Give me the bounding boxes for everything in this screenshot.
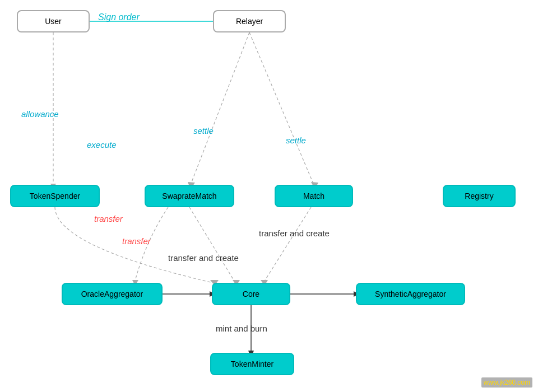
token-minter-node: TokenMinter: [210, 353, 294, 375]
oracle-aggregator-label: OracleAggregator: [81, 290, 143, 298]
core-node: Core: [212, 283, 290, 305]
user-label: User: [45, 17, 62, 26]
swaprate-match-node: SwaprateMatch: [145, 185, 234, 207]
allowance-label: allowance: [21, 109, 59, 119]
transfer-and-create2-label: transfer and create: [168, 253, 239, 263]
sign-order-label: Sign order: [98, 12, 140, 22]
transfer1-label: transfer: [94, 214, 123, 223]
match-node: Match: [275, 185, 353, 207]
registry-node: Registry: [443, 185, 516, 207]
mint-and-burn-label: mint and burn: [216, 324, 267, 333]
core-label: Core: [243, 290, 259, 298]
oracle-aggregator-node: OracleAggregator: [62, 283, 163, 305]
transfer-and-create1-label: transfer and create: [259, 228, 330, 238]
match-label: Match: [303, 192, 324, 200]
settle2-label: settle: [286, 136, 306, 145]
transfer2-label: transfer: [122, 236, 151, 246]
svg-line-9: [189, 207, 235, 283]
svg-line-4: [191, 32, 249, 185]
token-spender-node: TokenSpender: [10, 185, 100, 207]
synthetic-aggregator-node: SyntheticAggregator: [356, 283, 465, 305]
token-spender-label: TokenSpender: [30, 192, 80, 200]
token-minter-label: TokenMinter: [231, 360, 273, 368]
svg-line-11: [263, 207, 311, 283]
registry-label: Registry: [465, 192, 493, 200]
user-node: User: [17, 10, 90, 32]
svg-line-6: [249, 32, 314, 185]
settle1-label: settle: [193, 126, 214, 136]
execute-label: execute: [87, 140, 117, 150]
synthetic-aggregator-label: SyntheticAggregator: [375, 290, 446, 298]
diagram-container: User Relayer TokenSpender SwaprateMatch …: [0, 0, 538, 392]
relayer-label: Relayer: [236, 17, 263, 26]
relayer-node: Relayer: [213, 10, 286, 32]
watermark: www.jk260.com: [481, 377, 532, 388]
swaprate-match-label: SwaprateMatch: [162, 192, 216, 200]
